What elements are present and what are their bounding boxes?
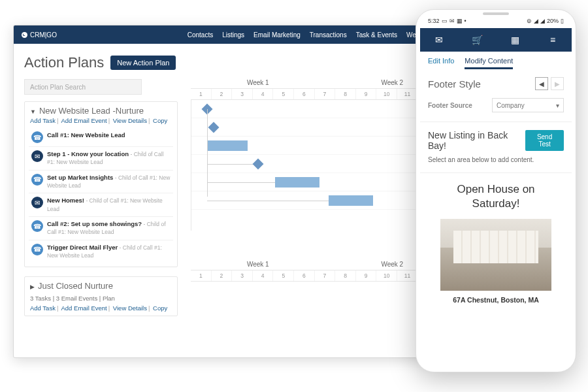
gantt-diamond[interactable] [208,122,220,133]
task-text: Set up Market Insights - Child of Call #… [47,174,171,190]
listing-title: New Listing in Back Bay! [428,130,525,151]
task-text: New Homes! - Child of Call #1: New Websi… [47,197,171,213]
plan-block-1: New Website Lead -Nurture Add Task| Add … [24,101,178,267]
status-icon: ✉ [449,18,455,24]
gantt-day-cell: 9 [356,89,377,99]
copy-link[interactable]: Copy [153,304,167,312]
plan-name[interactable]: New Website Lead -Nurture [30,106,172,116]
select-value: Company [497,102,525,109]
gantt-bar[interactable] [207,140,248,151]
prev-arrow-button[interactable]: ◀ [535,77,548,90]
gantt-day-cell: 6 [294,89,315,99]
gantt-day-cell: 1 [191,89,212,99]
gantt-day-cell: 3 [232,270,253,281]
call-icon: ☎ [31,174,43,186]
gantt-week-header: Week 1 [191,79,325,88]
view-details-link[interactable]: View Details [113,304,147,312]
phone-tabs: Edit Info Modify Content [420,52,572,69]
view-details-link[interactable]: View Details [113,117,147,124]
plan-summary: 3 Tasks | 3 Email Events | Plan [25,292,177,302]
footer-style-title: Footer Style [428,78,481,90]
app-name: CRM|GO [30,31,57,39]
signal-icon: ◢ [534,18,538,24]
gantt-day-cell: 8 [335,270,356,281]
gantt-day-cell: 5 [273,270,294,281]
mail-icon[interactable]: ✉ [433,35,446,45]
gantt-day-cell: 4 [253,270,274,281]
task-text: Call #2: Set up some showings? - Child o… [47,220,171,237]
add-task-link[interactable]: Add Task [30,117,56,124]
page-title: Action Plans [24,54,104,71]
send-test-button[interactable]: Send Test [525,130,564,151]
plan-name[interactable]: Just Closed Nurture [30,281,172,291]
gantt-day-cell: 9 [356,270,377,281]
copy-link[interactable]: Copy [153,117,167,124]
gantt-diamond[interactable] [253,159,264,170]
cart-icon[interactable]: 🛒 [470,35,483,45]
gantt-day-cell: 7 [315,270,336,281]
gantt-week-header: Week 1 [191,261,325,270]
task-text: Step 1 - Know your location - Child of C… [47,150,171,167]
add-email-event-link[interactable]: Add Email Event [61,117,107,124]
tab-modify-content[interactable]: Modify Content [465,57,513,69]
open-house-heading[interactable]: Open House on Saturday! [420,176,572,215]
gantt-day-cell: 11 [397,89,418,99]
tab-edit-info[interactable]: Edit Info [428,57,454,69]
gantt-day-cell: 8 [335,89,356,99]
gantt-day-cell: 1 [191,270,212,281]
gantt-day-cell: 10 [376,89,397,99]
footer-source-select[interactable]: Company ▾ [492,98,564,112]
gantt-day-cell: 5 [273,89,294,99]
grid-icon[interactable]: ▦ [508,35,521,45]
gantt-day-cell: 2 [212,89,233,99]
task-row[interactable]: ☎Call #2: Set up some showings? - Child … [29,217,173,240]
action-plan-search[interactable]: Action Plan Search [24,79,142,95]
gantt-bar[interactable] [275,177,319,188]
add-email-event-link[interactable]: Add Email Event [61,304,107,312]
status-time: 5:32 [428,18,440,24]
email-icon: ✉ [31,150,43,162]
task-text: Call #1: New Website Lead [47,131,171,139]
phone-speaker [483,12,509,15]
next-arrow-button[interactable]: ▶ [551,77,564,90]
mobile-preview: 5:32 ▭ ✉ ▦ • ⊚ ◢ ◢ 20% ▯ ✉ 🛒 ▦ ≡ Edit In… [416,9,576,372]
nav-item[interactable]: Email Marketing [253,31,301,39]
gantt-day-cell: 10 [376,270,397,281]
task-text: Trigger Direct Mail Flyer - Child of Cal… [47,244,171,260]
battery-icon: ▯ [561,18,564,24]
gantt-day-cell: 4 [253,89,274,99]
menu-icon[interactable]: ≡ [546,35,559,45]
listing-image[interactable] [440,219,551,291]
nav-item[interactable]: Contacts [188,31,213,39]
chevron-down-icon: ▾ [556,102,559,109]
status-icon: ▦ [457,18,463,24]
footer-source-label: Footer Source [428,102,472,109]
call-icon: ☎ [31,244,43,255]
plan-action-links: Add Task| Add Email Event| View Details|… [30,117,172,124]
task-row[interactable]: ✉Step 1 - Know your location - Child of … [29,147,173,171]
status-icon: • [465,18,466,24]
app-logo[interactable]: CRM|GO [22,31,57,39]
call-icon: ☎ [31,131,43,143]
phone-nav-bar: ✉ 🛒 ▦ ≡ [420,28,572,52]
task-row[interactable]: ☎Call #1: New Website Lead [29,128,173,147]
gantt-day-cell: 7 [315,89,336,99]
nav-item[interactable]: Task & Events [356,31,397,39]
gantt-day-cell: 3 [232,89,253,99]
add-task-link[interactable]: Add Task [30,304,56,312]
task-row[interactable]: ✉New Homes! - Child of Call #1: New Webs… [29,193,173,217]
gantt-bar[interactable] [329,195,373,206]
listing-subtitle: Select an area below to add content. [420,156,572,170]
task-row[interactable]: ☎Set up Market Insights - Child of Call … [29,171,173,194]
new-action-plan-button[interactable]: New Action Plan [110,56,176,70]
task-row[interactable]: ☎Trigger Direct Mail Flyer - Child of Ca… [29,240,173,263]
top-nav-bar: CRM|GO Contacts Listings Email Marketing… [14,25,470,44]
nav-item[interactable]: Listings [222,31,244,39]
gantt-day-cell: 2 [212,270,233,281]
plan-action-links: Add Task| Add Email Event| View Details|… [25,303,177,316]
phone-status-bar: 5:32 ▭ ✉ ▦ • ⊚ ◢ ◢ 20% ▯ [420,14,572,28]
nav-item[interactable]: Transactions [310,31,347,39]
battery-text: 20% [547,18,559,24]
crm-window: CRM|GO Contacts Listings Email Marketing… [13,25,470,358]
search-placeholder: Action Plan Search [30,84,86,91]
